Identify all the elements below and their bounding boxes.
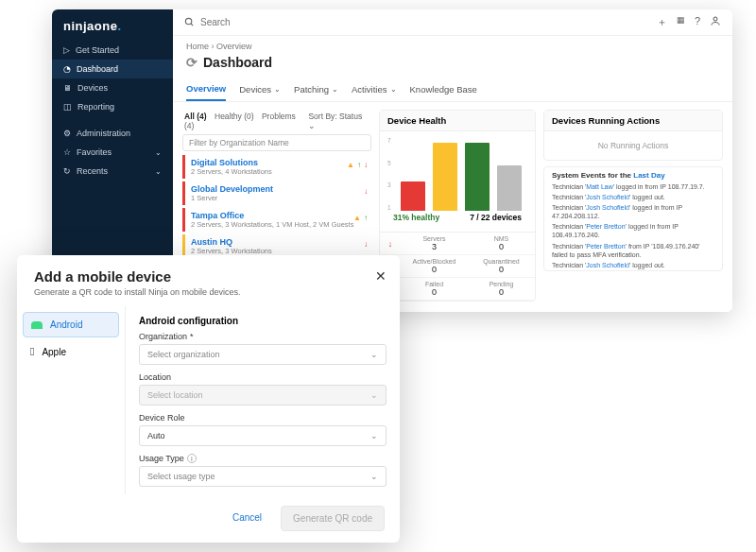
technician-link[interactable]: Peter Bretton: [586, 243, 625, 250]
event-line: Technician 'Josh Schofield' logged in fr…: [544, 202, 722, 221]
org-item[interactable]: Digital Solutions 2 Servers, 4 Workstati…: [182, 155, 371, 179]
add-icon[interactable]: ＋: [657, 15, 667, 29]
org-item[interactable]: Global Development 1 Server ↓: [182, 181, 371, 205]
org-select[interactable]: Select organization⌄: [139, 344, 387, 365]
filter-healthy[interactable]: Healthy (0): [215, 112, 254, 121]
last-day-link[interactable]: Last Day: [633, 171, 664, 180]
platform-list: Android Apple: [17, 306, 126, 494]
sort-control[interactable]: Sort By: Status ⌄: [308, 112, 369, 130]
search-box[interactable]: [184, 17, 649, 27]
nav-label: Get Started: [76, 45, 119, 55]
chevron-down-icon: ⌄: [370, 390, 378, 400]
org-name[interactable]: Austin HQ: [191, 237, 366, 247]
org-meta: 2 Servers, 3 Workstations: [191, 247, 366, 255]
card-title: Devices Running Actions: [544, 111, 722, 131]
tab-activities[interactable]: Activities⌄: [352, 78, 396, 101]
technician-link[interactable]: Josh Schofield: [586, 194, 629, 200]
event-line: Technician 'Josh Schofield' logged out.: [544, 192, 722, 202]
refresh-icon[interactable]: ⟳: [186, 55, 198, 70]
tabs: Overview Devices⌄ Patching⌄ Activities⌄ …: [173, 78, 732, 102]
tab-patching[interactable]: Patching⌄: [294, 78, 338, 101]
help-icon[interactable]: ?: [695, 15, 700, 29]
crumb-home[interactable]: Home: [186, 42, 209, 51]
up-icon: ↑: [357, 161, 361, 169]
config-form: Android configuration Organization * Sel…: [126, 306, 400, 494]
chart-bar-grey: [497, 165, 522, 211]
crumb-overview[interactable]: Overview: [216, 42, 252, 51]
technician-link[interactable]: Peter Bretton: [586, 223, 625, 230]
system-events-card: System Events for the Last Day Technicia…: [543, 166, 723, 271]
nav-favorites[interactable]: ☆ Favorites⌄: [52, 143, 173, 162]
role-label: Device Role: [139, 413, 387, 423]
svg-line-1: [191, 24, 193, 26]
info-icon[interactable]: i: [187, 454, 197, 463]
location-select[interactable]: Select location⌄: [139, 385, 387, 405]
generate-qr-button[interactable]: Generate QR code: [281, 506, 385, 531]
org-label: Organization *: [139, 332, 387, 341]
platform-android[interactable]: Android: [23, 312, 119, 337]
topbar: ＋ ▦ ?: [173, 9, 732, 36]
org-item[interactable]: Tampa Office 2 Servers, 3 Workstations, …: [182, 208, 371, 232]
usage-label: Usage Type i: [139, 454, 387, 463]
device-count: 7 / 22 devices: [470, 213, 522, 222]
chevron-down-icon: ⌄: [370, 350, 378, 359]
usage-select[interactable]: Select usage type⌄: [139, 466, 387, 487]
technician-link[interactable]: Matt Law: [586, 183, 612, 190]
down-icon: ↓: [364, 187, 368, 196]
org-name[interactable]: Digital Solutions: [191, 158, 366, 167]
technician-link[interactable]: Josh Schofield: [586, 204, 629, 211]
healthy-pct: 31% healthy: [393, 213, 439, 222]
form-title: Android configuration: [139, 316, 387, 326]
modal-title: Add a mobile device: [34, 268, 383, 285]
user-icon[interactable]: [710, 15, 721, 29]
chevron-down-icon: ⌄: [155, 148, 162, 157]
role-select[interactable]: Auto⌄: [139, 425, 387, 446]
chevron-down-icon: ⌄: [332, 85, 338, 94]
filter-all[interactable]: All (4): [184, 112, 207, 121]
event-line: Technician 'Josh Schofield' logged out.: [544, 260, 722, 270]
up-icon: ↑: [364, 214, 368, 222]
modal-subtitle: Generate a QR code to install Ninja on m…: [34, 287, 383, 297]
chart-bar-red: [401, 181, 425, 211]
nav-devices[interactable]: 🖥 Devices: [52, 78, 173, 97]
nav-reporting[interactable]: ◫ Reporting: [52, 97, 173, 116]
warning-icon: ▲: [347, 161, 354, 169]
technician-link[interactable]: Josh Schofield: [586, 262, 629, 268]
org-meta: 2 Servers, 3 Workstations, 1 VM Host, 2 …: [191, 220, 366, 229]
search-input[interactable]: [200, 17, 649, 27]
nav-label: Favorites: [77, 147, 112, 157]
close-icon[interactable]: ✕: [375, 268, 387, 284]
tab-overview[interactable]: Overview: [186, 78, 226, 101]
android-icon: [31, 321, 43, 329]
org-name[interactable]: Tampa Office: [191, 211, 366, 220]
org-name[interactable]: Global Development: [191, 184, 366, 194]
org-filter-input[interactable]: Filter by Organization Name: [182, 134, 371, 151]
down-icon: ↓: [364, 240, 368, 249]
nav-administration[interactable]: ⚙ Administration: [52, 124, 173, 143]
chart-bar-yellow: [433, 143, 457, 211]
org-meta: 2 Servers, 4 Workstations: [191, 167, 366, 176]
tab-kb[interactable]: Knowledge Base: [410, 78, 477, 101]
apps-icon[interactable]: ▦: [677, 15, 685, 29]
chevron-down-icon: ⌄: [370, 431, 378, 440]
chart-bar-green: [465, 143, 490, 211]
chevron-down-icon: ⌄: [155, 167, 162, 176]
event-line: Technician 'Peter Bretton' from IP '108.…: [544, 241, 722, 260]
cancel-button[interactable]: Cancel: [221, 506, 273, 531]
page-title: ⟳ Dashboard: [173, 51, 732, 78]
tab-devices[interactable]: Devices⌄: [239, 78, 281, 101]
chevron-down-icon: ⌄: [370, 472, 378, 481]
down-icon: ↓: [380, 239, 401, 249]
no-actions-text: No Running Actions: [544, 131, 722, 160]
nav-get-started[interactable]: ▷ Get Started: [52, 41, 173, 60]
org-meta: 1 Server: [191, 194, 366, 202]
platform-apple[interactable]: Apple: [17, 337, 125, 366]
add-mobile-device-modal: Add a mobile device Generate a QR code t…: [17, 255, 400, 543]
nav-dashboard[interactable]: ◔ Dashboard: [52, 60, 173, 78]
chevron-down-icon: ⌄: [390, 85, 397, 94]
apple-icon: [30, 345, 34, 358]
device-health-chart: 7531: [387, 137, 527, 211]
nav-recents[interactable]: ↻ Recents⌄: [52, 162, 173, 181]
nav-label: Reporting: [77, 102, 114, 112]
nav-label: Dashboard: [77, 64, 118, 74]
